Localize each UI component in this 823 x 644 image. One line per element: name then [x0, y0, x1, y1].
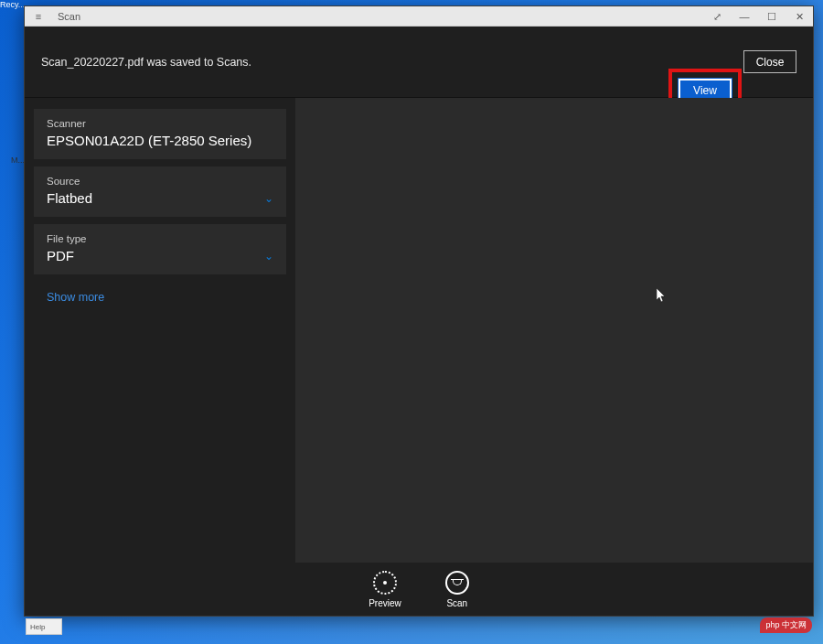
- maximize-icon: ☐: [767, 11, 776, 22]
- show-more-label: Show more: [47, 291, 104, 304]
- source-panel[interactable]: Source Flatbed ⌄: [34, 166, 286, 217]
- notification-close-button[interactable]: Close: [743, 50, 796, 73]
- expand-button[interactable]: ⤢: [703, 6, 731, 27]
- notification-bar: Scan_20220227.pdf was saved to Scans. Vi…: [25, 27, 813, 98]
- expand-icon: ⤢: [713, 11, 721, 22]
- hamburger-icon: ≡: [36, 11, 41, 22]
- mouse-cursor-icon: [657, 288, 666, 301]
- main-area: Scanner EPSON01A22D (ET-2850 Series) Sou…: [25, 98, 813, 563]
- close-button-label: Close: [756, 56, 785, 69]
- scanner-panel[interactable]: Scanner EPSON01A22D (ET-2850 Series): [34, 109, 286, 159]
- scanner-value: EPSON01A22D (ET-2850 Series): [47, 133, 273, 148]
- recycle-bin-label: Recy...: [0, 0, 25, 9]
- window-close-button[interactable]: ✕: [786, 6, 813, 27]
- scan-icon: [445, 571, 469, 595]
- behind-window-text: M...: [11, 156, 25, 165]
- app-body: Scan_20220227.pdf was saved to Scans. Vi…: [25, 27, 813, 616]
- preview-icon: [373, 571, 397, 595]
- notification-buttons: View Close: [743, 50, 796, 73]
- scan-label: Scan: [446, 598, 467, 608]
- bottom-toolbar: Preview Scan: [25, 563, 813, 616]
- show-more-link[interactable]: Show more: [34, 282, 286, 313]
- desktop-recycle-bin[interactable]: Recy...: [0, 0, 24, 9]
- taskbar-help-label: Help: [30, 623, 45, 631]
- preview-area: [295, 98, 813, 563]
- title-bar: ≡ Scan ⤢ — ☐ ✕: [25, 6, 813, 27]
- chevron-down-icon: ⌄: [264, 250, 273, 263]
- view-button-label: View: [693, 84, 717, 97]
- source-label: Source: [47, 176, 273, 187]
- scanner-label: Scanner: [47, 118, 273, 129]
- minimize-icon: —: [740, 11, 750, 22]
- close-icon: ✕: [796, 11, 804, 22]
- preview-button[interactable]: Preview: [369, 571, 401, 608]
- watermark-badge: php 中文网: [760, 617, 812, 633]
- hamburger-menu-button[interactable]: ≡: [25, 11, 52, 22]
- maximize-button[interactable]: ☐: [758, 6, 786, 27]
- filetype-label: File type: [47, 233, 273, 244]
- filetype-panel[interactable]: File type PDF ⌄: [34, 224, 286, 274]
- window-title: Scan: [58, 11, 80, 22]
- taskbar-fragment: Help: [26, 618, 62, 635]
- source-value: Flatbed: [47, 190, 92, 206]
- scan-button[interactable]: Scan: [445, 571, 469, 608]
- minimize-button[interactable]: —: [731, 6, 758, 27]
- filetype-value: PDF: [47, 248, 74, 263]
- preview-label: Preview: [369, 598, 401, 608]
- scan-app-window: ≡ Scan ⤢ — ☐ ✕ Scan_20220227.pdf was sav…: [24, 5, 814, 617]
- settings-sidebar: Scanner EPSON01A22D (ET-2850 Series) Sou…: [25, 98, 295, 563]
- notification-message: Scan_20220227.pdf was saved to Scans.: [41, 56, 743, 69]
- chevron-down-icon: ⌄: [264, 192, 273, 205]
